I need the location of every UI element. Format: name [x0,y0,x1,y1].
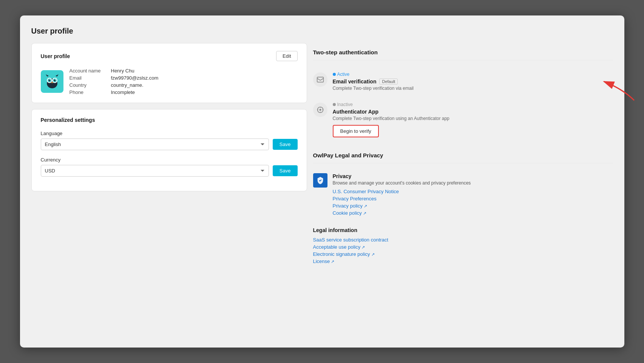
window: User profile User profile Edit [20,15,624,348]
email-verification-name: Email verification Default [333,78,613,85]
privacy-policy-link[interactable]: Privacy policy [333,203,471,209]
us-consumer-privacy-link[interactable]: U.S. Consumer Privacy Notice [333,189,471,194]
currency-field-group: Currency USD EUR CNY Save [41,157,298,177]
privacy-item: Privacy Browse and manage your account's… [313,169,613,221]
authenticator-app-desc: Complete Two-step verification using an … [333,116,613,121]
authenticator-status-row: Inactive [333,102,613,107]
email-label: Email [69,75,111,81]
svg-rect-13 [317,77,323,82]
electronic-signature-link[interactable]: Electronic signature policy [313,251,613,257]
saas-contract-link[interactable]: SaaS service subscription contract [313,237,613,243]
svg-point-9 [55,80,56,80]
avatar [41,70,63,93]
privacy-content: Privacy Browse and manage your account's… [333,173,471,217]
begin-verify-button[interactable]: Begin to verify [333,125,379,137]
privacy-desc: Browse and manage your account's cookies… [333,180,471,186]
authenticator-app-name: Authenticator App [333,109,613,115]
user-profile-card: User profile Edit [31,43,307,103]
main-layout: User profile Edit [31,43,613,266]
profile-row: Account name Henry Chu Email fzw99790@zs… [41,68,298,95]
svg-point-8 [49,80,50,80]
right-panel: Two-step authentication Active Email ver… [313,43,613,266]
personalized-settings-card: Personalized settings Language English C… [31,109,307,191]
license-link[interactable]: License [313,258,613,264]
acceptable-use-link[interactable]: Acceptable use policy [313,244,613,250]
authenticator-icon [313,103,327,117]
left-panel: User profile Edit [31,43,307,266]
profile-details: Account name Henry Chu Email fzw99790@zs… [69,68,159,95]
page-title: User profile [31,27,613,35]
legal-privacy-title: OwlPay Legal and Privacy [313,146,613,163]
authenticator-app-content: Inactive Authenticator App Complete Two-… [333,102,613,137]
owl-icon [43,72,62,91]
currency-select[interactable]: USD EUR CNY [41,165,269,177]
phone-value: Incomplete [111,89,159,95]
currency-save-button[interactable]: Save [273,165,298,176]
currency-label: Currency [41,157,298,163]
language-label: Language [41,131,298,136]
authenticator-inactive-status: Inactive [333,102,353,107]
authenticator-app-wrapper: Inactive Authenticator App Complete Two-… [313,97,613,143]
user-profile-card-title: User profile [41,53,70,59]
email-auth-icon [313,72,327,87]
language-field-group: Language English Chinese Japanese Save [41,131,298,150]
authenticator-app-item: Inactive Authenticator App Complete Two-… [313,97,613,143]
account-name-value: Henry Chu [111,68,159,74]
language-save-button[interactable]: Save [273,139,298,150]
privacy-preferences-link[interactable]: Privacy Preferences [333,196,471,201]
account-name-label: Account name [69,68,111,74]
email-value: fzw99790@zslsz.com [111,75,159,81]
country-value: country_name. [111,82,159,88]
privacy-icon [313,173,327,188]
language-select[interactable]: English Chinese Japanese [41,138,269,150]
email-verification-desc: Complete Two-step verification via email [333,86,613,91]
email-active-status: Active [333,72,350,77]
email-verification-content: Active Email verification Default Comple… [333,72,613,91]
two-step-auth-title: Two-step authentication [313,43,613,60]
legal-info-title: Legal information [313,227,613,233]
email-verification-item: Active Email verification Default Comple… [313,66,613,97]
settings-title: Personalized settings [41,117,298,123]
email-status-row: Active [333,72,613,77]
phone-label: Phone [69,89,111,95]
privacy-title: Privacy [333,173,471,179]
language-field-row: English Chinese Japanese Save [41,138,298,150]
user-profile-header: User profile Edit [41,51,298,61]
edit-button[interactable]: Edit [276,51,297,61]
country-label: Country [69,82,111,88]
currency-field-row: USD EUR CNY Save [41,165,298,177]
default-badge: Default [379,78,398,85]
legal-section: OwlPay Legal and Privacy Privacy Browse … [313,143,613,264]
cookie-policy-link[interactable]: Cookie policy [333,210,471,216]
svg-point-15 [319,109,321,111]
